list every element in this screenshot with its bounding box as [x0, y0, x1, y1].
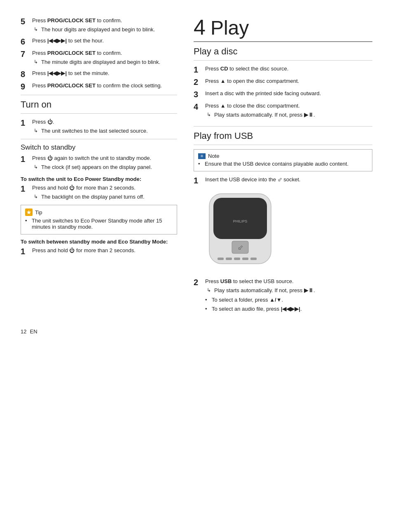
chapter-title: Play: [211, 18, 249, 38]
note-label: Note: [208, 153, 219, 159]
svg-rect-8: [250, 258, 257, 260]
usb-image-container: ⬃ PHILIPS: [205, 190, 372, 273]
step-7-content: Press PROG/CLOCK SET to confirm. ↳ The m…: [32, 49, 177, 67]
play-disc-title: Play a disc: [194, 46, 372, 57]
note-icon: ≡: [198, 153, 206, 159]
step-6-content: Press |◀◀▶▶| to set the hour.: [32, 37, 177, 46]
disc-step-2: 2 Press ▲ to open the disc compartment.: [194, 77, 372, 87]
play-usb-top-divider: [194, 126, 372, 127]
turn-on-title: Turn on: [21, 99, 177, 110]
usb-step-1-num: 1: [194, 176, 205, 185]
disc-step-1-bold: CD: [220, 66, 228, 72]
svg-text:PHILIPS: PHILIPS: [233, 219, 248, 223]
play-usb-divider: [194, 145, 372, 145]
step-8-num: 8: [21, 69, 32, 79]
usb-bullet-2: • To select an audio file, press |◀◀▶▶|.: [205, 305, 372, 313]
svg-text:⬃: ⬃: [238, 244, 243, 251]
step-9-bold: PROG/CLOCK SET: [47, 82, 96, 89]
disc-step-4: 4 Press ▲ to close the disc compartment.…: [194, 102, 372, 120]
divider-turn-on: [21, 95, 177, 95]
initial-steps: 5 Press PROG/CLOCK SET to confirm. ↳ The…: [21, 16, 177, 91]
note-header: ≡ Note: [198, 153, 368, 159]
tip-box: ★ Tip • The unit switches to Eco Power S…: [21, 205, 177, 234]
step-7-arrow: ↳ The minute digits are displayed and be…: [34, 58, 177, 66]
svg-rect-1: [213, 198, 267, 239]
usb-step-2-num: 2: [194, 277, 205, 287]
step-5-arrow: ↳ The hour digits are displayed and begi…: [34, 26, 177, 34]
play-disc-divider: [194, 60, 372, 61]
tip-content: • The unit switches to Eco Power Standby…: [25, 218, 173, 230]
chapter-num: 4: [194, 16, 206, 38]
tip-header: ★ Tip: [25, 209, 173, 216]
usb-step-2: 2 Press USB to select the USB source. ↳ …: [194, 277, 372, 314]
eco-standby-step-1-content: Press and hold ⏻ for more than 2 seconds…: [32, 184, 177, 202]
disc-step-3-num: 3: [194, 89, 205, 99]
note-content: • Ensure that the USB device contains pl…: [198, 161, 368, 167]
footer-page-num: 12: [21, 328, 26, 335]
svg-rect-5: [226, 258, 232, 260]
disc-step-3-content: Insert a disc with the printed side faci…: [205, 89, 372, 98]
switch-standby-section: Switch to standby 1 Press ⏻ again to swi…: [21, 143, 177, 256]
disc-step-4-arrow: ↳ Play starts automatically. If not, pre…: [207, 111, 372, 119]
eco-standby-arrow: ↳ The backlight on the display panel tur…: [34, 193, 177, 201]
play-usb-section: Play from USB ≡ Note • Ensure that the U…: [194, 131, 372, 314]
footer-lang: EN: [30, 328, 37, 335]
disc-step-2-num: 2: [194, 77, 205, 87]
tip-label: Tip: [35, 209, 42, 216]
svg-rect-6: [234, 258, 240, 260]
eco-standby-heading: To switch the unit to Eco Power Standby …: [21, 176, 177, 182]
turn-on-section: Turn on 1 Press ⏻. ↳ The unit switches t…: [21, 99, 177, 136]
step-9: 9 Press PROG/CLOCK SET to confirm the cl…: [21, 82, 177, 91]
turn-on-arrow: ↳ The unit switches to the last selected…: [34, 127, 177, 135]
turn-on-step-1-content: Press ⏻. ↳ The unit switches to the last…: [32, 118, 177, 136]
right-column: 4 Play Play a disc 1 Press CD to select …: [194, 16, 372, 316]
step-8-content: Press |◀◀▶▶| to set the minute.: [32, 69, 177, 78]
disc-step-2-bold: ▲: [220, 78, 226, 84]
standby-arrow: ↳ The clock (if set) appears on the disp…: [34, 163, 177, 171]
divider-under-turn-on: [21, 113, 177, 114]
step-6-bold: |◀◀▶▶|: [47, 37, 67, 44]
usb-device-image: ⬃ PHILIPS: [205, 190, 275, 272]
svg-rect-4: [218, 258, 224, 260]
left-column: 5 Press PROG/CLOCK SET to confirm. ↳ The…: [21, 16, 177, 316]
standby-eco-step-1-content: Press and hold ⏻ for more than 2 seconds…: [32, 246, 177, 255]
usb-step-2-bold: USB: [220, 278, 232, 284]
disc-step-1-content: Press CD to select the disc source.: [205, 65, 372, 74]
disc-step-4-num: 4: [194, 102, 205, 112]
turn-on-step-1: 1 Press ⏻. ↳ The unit switches to the la…: [21, 118, 177, 136]
step-7-num: 7: [21, 49, 32, 59]
play-disc-section: Play a disc 1 Press CD to select the dis…: [194, 46, 372, 120]
step-5-content: Press PROG/CLOCK SET to confirm. ↳ The h…: [32, 16, 177, 34]
divider-standby: [21, 139, 177, 139]
disc-step-1-num: 1: [194, 65, 205, 75]
eco-standby-step-1-num: 1: [21, 184, 32, 194]
step-9-content: Press PROG/CLOCK SET to confirm the cloc…: [32, 82, 177, 91]
step-9-num: 9: [21, 82, 32, 91]
standby-eco-step-1: 1 Press and hold ⏻ for more than 2 secon…: [21, 246, 177, 256]
chapter-heading: 4 Play: [194, 16, 372, 38]
step-5-bold: PROG/CLOCK SET: [47, 17, 96, 23]
disc-step-2-content: Press ▲ to open the disc compartment.: [205, 77, 372, 86]
standby-eco-step-1-num: 1: [21, 246, 32, 256]
step-6: 6 Press |◀◀▶▶| to set the hour.: [21, 37, 177, 47]
standby-eco-heading: To switch between standby mode and Eco S…: [21, 239, 177, 245]
step-7-bold: PROG/CLOCK SET: [47, 50, 96, 56]
step-6-num: 6: [21, 37, 32, 47]
usb-step-1: 1 Insert the USB device into the ⬃ socke…: [194, 176, 372, 185]
usb-step-2-content: Press USB to select the USB source. ↳ Pl…: [205, 277, 372, 314]
step-5-num: 5: [21, 16, 32, 26]
note-box: ≡ Note • Ensure that the USB device cont…: [194, 149, 372, 171]
disc-step-1: 1 Press CD to select the disc source.: [194, 65, 372, 75]
turn-on-step-1-num: 1: [21, 118, 32, 128]
disc-step-4-content: Press ▲ to close the disc compartment. ↳…: [205, 102, 372, 120]
step-8-bold: |◀◀▶▶|: [47, 70, 67, 76]
standby-step-1-num: 1: [21, 154, 32, 164]
disc-step-4-bold: ▲: [220, 103, 226, 109]
usb-step-1-content: Insert the USB device into the ⬃ socket.: [205, 176, 372, 185]
step-7: 7 Press PROG/CLOCK SET to confirm. ↳ The…: [21, 49, 177, 67]
step-8: 8 Press |◀◀▶▶| to set the minute.: [21, 69, 177, 79]
page-footer: 12 EN: [21, 328, 372, 335]
eco-standby-step-1: 1 Press and hold ⏻ for more than 2 secon…: [21, 184, 177, 202]
chapter-divider: [194, 41, 372, 42]
tip-icon: ★: [25, 209, 33, 216]
